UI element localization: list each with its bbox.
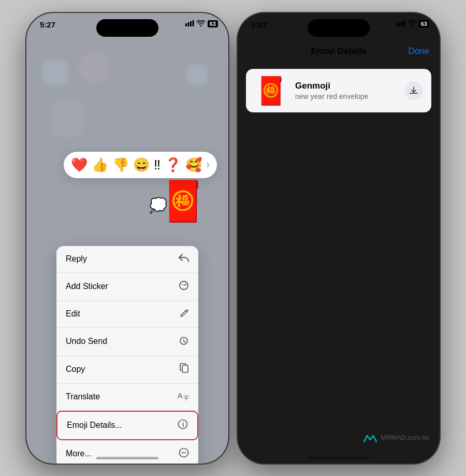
dynamic-island-right: [308, 19, 370, 37]
info-icon: i: [178, 419, 188, 432]
status-icons-right: 63: [397, 20, 429, 28]
copy-icon: [180, 363, 189, 376]
menu-item-emoji-details[interactable]: Emoji Details... i: [56, 411, 198, 440]
svg-point-14: [185, 452, 186, 453]
emoji-details-card: 🧧 Genmoji new year red envelope: [246, 69, 431, 112]
signal-icon-left: [185, 20, 194, 28]
reply-icon: [179, 253, 189, 265]
home-indicator-right: [308, 457, 370, 459]
reaction-more[interactable]: ›: [206, 158, 210, 171]
svg-text:字: 字: [183, 395, 189, 400]
menu-label-copy: Copy: [66, 365, 85, 374]
emoji-details-nav: Emoji Details Done: [238, 41, 440, 62]
emoji-download-button[interactable]: [404, 81, 423, 100]
signal-icon-right: [397, 20, 405, 28]
reaction-haha[interactable]: 😄: [133, 157, 150, 173]
svg-point-12: [182, 452, 183, 453]
reaction-heart[interactable]: ❤️: [71, 157, 88, 173]
pencil-icon: [180, 308, 189, 320]
svg-point-5: [185, 284, 186, 285]
menu-item-translate[interactable]: Translate A 字: [56, 384, 198, 411]
reaction-bar[interactable]: ❤️ 👍 👎 😄 ‼️ ❓ 🥰 ›: [64, 152, 217, 178]
sticker-icon: [179, 280, 189, 293]
time-left: 5:27: [40, 20, 55, 29]
more-icon: [179, 448, 189, 460]
thought-bubble: 💭: [149, 197, 167, 214]
menu-label-undo-send: Undo Send: [66, 337, 107, 346]
svg-point-4: [182, 284, 183, 285]
mrmad-logo: [363, 432, 377, 443]
reaction-exclamation[interactable]: ‼️: [154, 157, 161, 173]
reaction-thumbsdown[interactable]: 👎: [112, 157, 129, 173]
nav-title: Emoji Details: [311, 46, 367, 56]
left-phone-screen: 5:27: [26, 13, 228, 464]
svg-text:i: i: [182, 421, 184, 428]
svg-rect-2: [190, 21, 192, 26]
menu-label-emoji-details: Emoji Details...: [67, 421, 122, 430]
home-indicator-left: [96, 457, 158, 459]
battery-right: 63: [419, 20, 429, 27]
left-phone: 5:27: [26, 13, 228, 464]
svg-point-13: [183, 452, 184, 453]
context-menu: Reply Add Sticker: [56, 246, 198, 464]
menu-item-edit[interactable]: Edit: [56, 301, 198, 328]
download-icon: [409, 86, 418, 95]
watermark: MRMAD.com.tw: [363, 432, 429, 443]
menu-label-more: More...: [66, 449, 92, 458]
menu-label-reply: Reply: [66, 254, 87, 264]
dynamic-island-left: [96, 19, 158, 37]
right-phone: 5:27: [238, 13, 440, 464]
emoji-info: Genmoji new year red envelope: [295, 81, 397, 100]
reaction-thumbsup[interactable]: 👍: [92, 157, 108, 173]
reaction-kissy[interactable]: 🥰: [185, 157, 202, 173]
watermark-text: MRMAD.com.tw: [381, 434, 429, 441]
menu-item-undo-send[interactable]: Undo Send: [56, 328, 198, 356]
nav-done-button[interactable]: Done: [408, 46, 429, 56]
menu-label-translate: Translate: [66, 392, 100, 401]
menu-item-reply[interactable]: Reply: [56, 246, 198, 273]
svg-rect-18: [403, 20, 405, 26]
svg-rect-15: [397, 23, 398, 26]
svg-rect-3: [192, 20, 194, 26]
translate-icon: A 字: [178, 391, 189, 403]
reaction-question[interactable]: ❓: [165, 157, 181, 173]
right-phone-screen: 5:27: [238, 13, 440, 464]
phones-container: 5:27: [26, 13, 440, 464]
svg-rect-0: [185, 23, 187, 26]
svg-rect-6: [182, 365, 188, 372]
battery-left: 63: [208, 20, 218, 27]
time-right: 5:27: [251, 20, 267, 29]
svg-text:A: A: [178, 392, 183, 400]
wifi-icon-right: [408, 20, 416, 28]
menu-label-edit: Edit: [66, 309, 80, 319]
emoji-description: new year red envelope: [295, 92, 397, 100]
emoji-name: Genmoji: [295, 81, 397, 91]
svg-rect-16: [399, 22, 400, 26]
status-icons-left: 63: [185, 20, 218, 28]
wifi-icon-left: [197, 20, 205, 28]
menu-item-add-sticker[interactable]: Add Sticker: [56, 273, 198, 301]
menu-item-copy[interactable]: Copy: [56, 356, 198, 384]
svg-rect-1: [187, 22, 189, 26]
emoji-large: 🧧: [254, 77, 288, 104]
menu-item-more[interactable]: More...: [56, 440, 198, 464]
menu-label-add-sticker: Add Sticker: [66, 282, 108, 291]
svg-rect-17: [401, 21, 403, 26]
undo-icon: [179, 335, 189, 348]
